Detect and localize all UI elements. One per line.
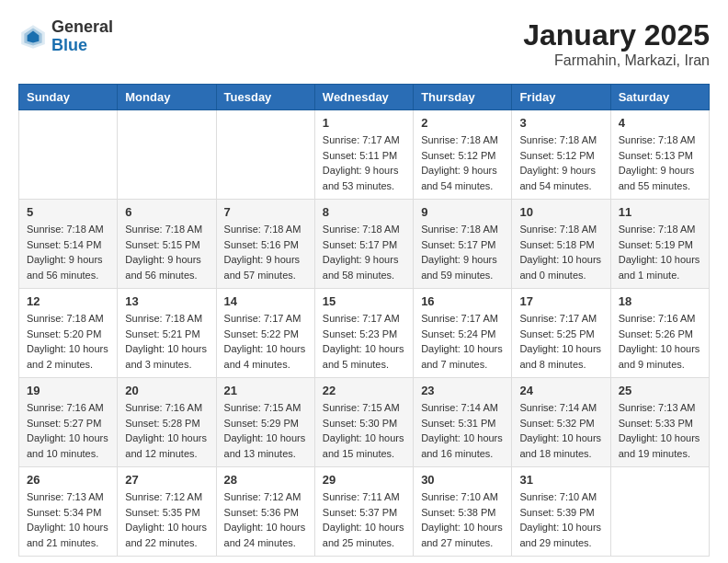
day-info-line: Daylight: 9 hours and 59 minutes. (421, 254, 497, 281)
day-info-line: Sunrise: 7:18 AM (619, 134, 696, 145)
day-info-line: Daylight: 9 hours and 55 minutes. (619, 165, 695, 191)
calendar-cell: 14Sunrise: 7:17 AMSunset: 5:22 PMDayligh… (216, 289, 314, 378)
day-info-line: Daylight: 10 hours and 25 minutes. (323, 522, 404, 548)
day-info-line: Sunrise: 7:18 AM (421, 134, 498, 145)
day-info-line: Sunset: 5:28 PM (125, 418, 199, 429)
day-number: 19 (27, 384, 109, 397)
day-info-line: Sunset: 5:25 PM (519, 328, 594, 339)
day-info-line: Daylight: 10 hours and 0 minutes. (519, 254, 601, 281)
day-info-line: Sunset: 5:20 PM (27, 328, 101, 339)
day-info: Sunrise: 7:17 AMSunset: 5:23 PMDaylight:… (323, 311, 405, 372)
day-info: Sunrise: 7:17 AMSunset: 5:24 PMDaylight:… (421, 311, 504, 372)
day-header-monday: Monday (118, 85, 216, 110)
day-info-line: Sunrise: 7:14 AM (519, 402, 597, 413)
day-info-line: Sunset: 5:13 PM (619, 150, 693, 161)
calendar-cell: 18Sunrise: 7:16 AMSunset: 5:26 PMDayligh… (610, 289, 709, 378)
calendar-cell: 5Sunrise: 7:18 AMSunset: 5:14 PMDaylight… (19, 200, 118, 289)
logo: General Blue (18, 18, 113, 55)
calendar-cell: 24Sunrise: 7:14 AMSunset: 5:32 PMDayligh… (512, 378, 610, 467)
calendar-cell: 27Sunrise: 7:12 AMSunset: 5:35 PMDayligh… (118, 467, 216, 557)
day-info-line: Sunset: 5:35 PM (125, 507, 199, 518)
day-info-line: Daylight: 9 hours and 54 minutes. (519, 165, 596, 191)
day-info-line: Daylight: 9 hours and 57 minutes. (224, 254, 301, 281)
day-number: 18 (619, 294, 701, 308)
day-info: Sunrise: 7:16 AMSunset: 5:28 PMDaylight:… (125, 400, 208, 461)
day-info-line: Daylight: 10 hours and 21 minutes. (27, 522, 108, 548)
day-info-line: Sunrise: 7:15 AM (323, 402, 400, 413)
day-info-line: Sunrise: 7:16 AM (125, 402, 202, 413)
calendar-week-4: 19Sunrise: 7:16 AMSunset: 5:27 PMDayligh… (19, 378, 710, 467)
calendar-cell: 10Sunrise: 7:18 AMSunset: 5:18 PMDayligh… (512, 200, 610, 289)
day-info-line: Daylight: 10 hours and 12 minutes. (125, 432, 207, 459)
day-info-line: Sunset: 5:21 PM (125, 328, 199, 339)
day-info-line: Daylight: 10 hours and 7 minutes. (421, 343, 503, 370)
day-info-line: Sunset: 5:34 PM (27, 507, 101, 518)
day-info: Sunrise: 7:18 AMSunset: 5:13 PMDaylight:… (619, 132, 701, 193)
calendar-cell: 30Sunrise: 7:10 AMSunset: 5:38 PMDayligh… (414, 467, 512, 557)
day-info-line: Sunrise: 7:17 AM (224, 313, 301, 324)
day-info-line: Sunrise: 7:15 AM (224, 402, 301, 413)
day-number: 12 (27, 294, 109, 308)
day-info: Sunrise: 7:16 AMSunset: 5:27 PMDaylight:… (27, 400, 109, 461)
day-info-line: Sunrise: 7:16 AM (27, 402, 104, 413)
day-info-line: Sunset: 5:32 PM (519, 418, 594, 429)
day-info-line: Sunset: 5:26 PM (619, 328, 693, 339)
day-info-line: Sunrise: 7:10 AM (421, 491, 498, 502)
day-number: 10 (519, 205, 602, 219)
calendar-cell: 11Sunrise: 7:18 AMSunset: 5:19 PMDayligh… (610, 200, 709, 289)
day-info: Sunrise: 7:18 AMSunset: 5:15 PMDaylight:… (125, 222, 208, 282)
day-info-line: Sunset: 5:12 PM (421, 150, 495, 161)
day-info-line: Sunrise: 7:18 AM (323, 224, 400, 235)
day-info: Sunrise: 7:16 AMSunset: 5:26 PMDaylight:… (619, 311, 701, 372)
day-info-line: Daylight: 10 hours and 16 minutes. (421, 432, 503, 459)
day-info-line: Sunset: 5:11 PM (323, 150, 397, 161)
calendar-cell: 25Sunrise: 7:13 AMSunset: 5:33 PMDayligh… (610, 378, 709, 467)
day-number: 6 (125, 205, 208, 219)
day-info: Sunrise: 7:13 AMSunset: 5:34 PMDaylight:… (27, 489, 109, 550)
calendar-cell: 23Sunrise: 7:14 AMSunset: 5:31 PMDayligh… (414, 378, 512, 467)
calendar-cell: 26Sunrise: 7:13 AMSunset: 5:34 PMDayligh… (19, 467, 118, 557)
day-info: Sunrise: 7:13 AMSunset: 5:33 PMDaylight:… (619, 400, 701, 461)
calendar-week-2: 5Sunrise: 7:18 AMSunset: 5:14 PMDaylight… (19, 200, 710, 289)
day-info-line: Sunset: 5:16 PM (224, 239, 299, 250)
day-info-line: Daylight: 10 hours and 24 minutes. (224, 522, 306, 548)
day-info-line: Daylight: 10 hours and 29 minutes. (519, 522, 601, 548)
day-info-line: Sunrise: 7:17 AM (323, 313, 400, 324)
day-number: 7 (224, 205, 307, 219)
day-info-line: Sunset: 5:24 PM (421, 328, 495, 339)
calendar-cell: 1Sunrise: 7:17 AMSunset: 5:11 PMDaylight… (314, 110, 413, 200)
day-info: Sunrise: 7:18 AMSunset: 5:12 PMDaylight:… (519, 132, 602, 193)
day-info-line: Daylight: 10 hours and 15 minutes. (323, 432, 404, 459)
day-info-line: Sunrise: 7:17 AM (323, 134, 400, 145)
day-info-line: Sunrise: 7:18 AM (519, 224, 597, 235)
day-info-line: Sunset: 5:23 PM (323, 328, 397, 339)
day-info-line: Daylight: 10 hours and 27 minutes. (421, 522, 503, 548)
day-info-line: Daylight: 10 hours and 19 minutes. (619, 432, 700, 459)
day-number: 1 (323, 116, 405, 130)
day-header-saturday: Saturday (610, 85, 709, 110)
calendar-cell: 3Sunrise: 7:18 AMSunset: 5:12 PMDaylight… (512, 110, 610, 200)
day-number: 9 (421, 205, 504, 219)
calendar-cell: 6Sunrise: 7:18 AMSunset: 5:15 PMDaylight… (118, 200, 216, 289)
day-info-line: Sunrise: 7:12 AM (125, 491, 202, 502)
calendar-cell (610, 467, 709, 557)
day-number: 11 (619, 205, 701, 219)
day-number: 29 (323, 473, 405, 487)
day-info-line: Sunset: 5:37 PM (323, 507, 397, 518)
day-info: Sunrise: 7:10 AMSunset: 5:38 PMDaylight:… (421, 489, 504, 550)
day-info-line: Daylight: 10 hours and 4 minutes. (224, 343, 306, 370)
day-number: 27 (125, 473, 208, 487)
day-info: Sunrise: 7:18 AMSunset: 5:21 PMDaylight:… (125, 311, 208, 372)
calendar-cell: 2Sunrise: 7:18 AMSunset: 5:12 PMDaylight… (414, 110, 512, 200)
day-info: Sunrise: 7:18 AMSunset: 5:17 PMDaylight:… (421, 222, 504, 282)
calendar-cell: 28Sunrise: 7:12 AMSunset: 5:36 PMDayligh… (216, 467, 314, 557)
day-info-line: Sunrise: 7:12 AM (224, 491, 301, 502)
day-header-tuesday: Tuesday (216, 85, 314, 110)
day-headers-row: SundayMondayTuesdayWednesdayThursdayFrid… (19, 85, 710, 110)
day-info-line: Sunset: 5:30 PM (323, 418, 397, 429)
day-info: Sunrise: 7:15 AMSunset: 5:30 PMDaylight:… (323, 400, 405, 461)
day-info: Sunrise: 7:12 AMSunset: 5:35 PMDaylight:… (125, 489, 208, 550)
day-info: Sunrise: 7:14 AMSunset: 5:31 PMDaylight:… (421, 400, 504, 461)
day-number: 30 (421, 473, 504, 487)
day-info-line: Sunset: 5:12 PM (519, 150, 594, 161)
